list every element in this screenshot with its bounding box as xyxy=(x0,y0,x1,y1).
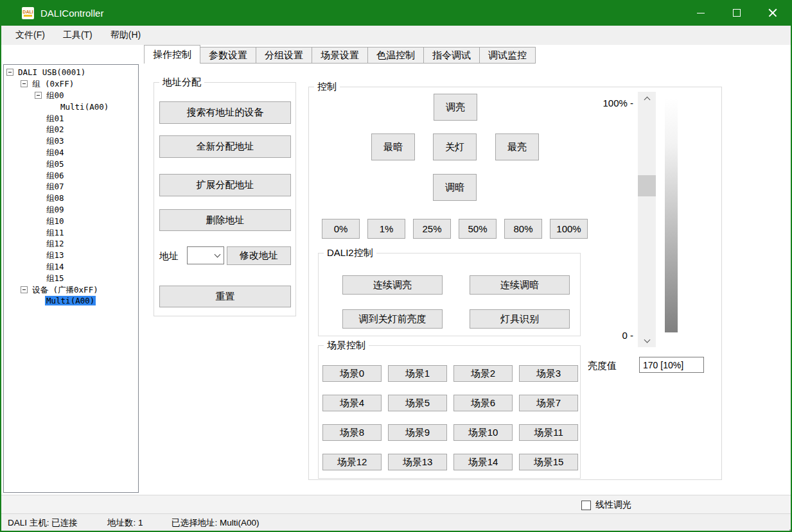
chevron-down-icon xyxy=(215,252,221,258)
scrollbar-thumb[interactable] xyxy=(638,175,656,196)
resize-grip-icon[interactable] xyxy=(786,526,788,528)
scroll-down-button[interactable] xyxy=(638,334,656,347)
brightness-scrollbar[interactable] xyxy=(638,92,656,347)
dim-up-button[interactable]: 调亮 xyxy=(434,94,477,121)
tree-node[interactable]: 组00 xyxy=(4,90,138,101)
scene-button[interactable]: 场景12 xyxy=(322,454,382,470)
scene-button[interactable]: 场景0 xyxy=(322,365,382,382)
tab[interactable]: 场景设置 xyxy=(312,47,368,64)
tree-expander-icon[interactable] xyxy=(21,80,28,87)
percent-button[interactable]: 80% xyxy=(504,219,542,239)
search-addressed-devices-button[interactable]: 搜索有地址的设备 xyxy=(159,101,291,124)
tab[interactable]: 色温控制 xyxy=(368,47,424,64)
close-button[interactable] xyxy=(755,0,791,26)
tree-node[interactable]: 组07 xyxy=(4,181,138,193)
delete-address-button[interactable]: 删除地址 xyxy=(159,209,291,231)
tree-node[interactable]: 组09 xyxy=(4,204,138,216)
reset-button[interactable]: 重置 xyxy=(159,286,291,307)
scene-button[interactable]: 场景3 xyxy=(519,365,578,382)
tab[interactable]: 分组设置 xyxy=(256,47,312,64)
tab[interactable]: 操作控制 xyxy=(144,45,200,64)
percent-button[interactable]: 25% xyxy=(413,219,451,239)
linear-dimming-checkbox-group[interactable]: 线性调光 xyxy=(581,499,631,511)
scene-button[interactable]: 场景15 xyxy=(519,454,578,470)
tree-expander-icon[interactable] xyxy=(21,286,28,293)
min-brightness-button[interactable]: 最暗 xyxy=(371,133,415,160)
tree-node[interactable]: 组03 xyxy=(4,135,138,147)
percent-button[interactable]: 50% xyxy=(459,219,497,239)
menu-item[interactable]: 工具(T) xyxy=(54,26,101,45)
tab[interactable]: 调试监控 xyxy=(480,47,536,64)
tree-node[interactable]: 组13 xyxy=(4,250,138,261)
tree-indent xyxy=(4,221,35,221)
tree-expander-icon[interactable] xyxy=(6,69,13,76)
address-combobox[interactable] xyxy=(187,246,224,264)
app-icon-text: DALI xyxy=(22,10,33,14)
scene-button[interactable]: 场景1 xyxy=(388,365,447,382)
max-brightness-button[interactable]: 最亮 xyxy=(495,133,539,160)
scene-button[interactable]: 场景11 xyxy=(519,424,578,441)
tree-indent xyxy=(4,141,35,141)
tree-expander-icon[interactable] xyxy=(35,92,42,99)
tree-node[interactable]: 组15 xyxy=(4,272,138,284)
scene-button[interactable]: 场景13 xyxy=(388,454,447,470)
maximize-button[interactable] xyxy=(719,0,755,26)
percent-button[interactable]: 0% xyxy=(322,219,360,239)
tree-indent xyxy=(4,129,35,130)
luminaire-identify-button[interactable]: 灯具识别 xyxy=(470,309,570,329)
extend-assign-address-button[interactable]: 扩展分配地址 xyxy=(159,174,291,196)
tree-indent xyxy=(4,232,35,233)
continuous-dim-up-button[interactable]: 连续调亮 xyxy=(342,275,443,295)
tab[interactable]: 指令调试 xyxy=(424,47,480,64)
tree-node-label: 组07 xyxy=(45,182,66,191)
assign-new-address-button[interactable]: 全新分配地址 xyxy=(159,135,291,158)
tab[interactable]: 参数设置 xyxy=(200,47,256,64)
percent-button[interactable]: 100% xyxy=(550,219,588,239)
linear-dimming-label: 线性调光 xyxy=(595,499,631,511)
tree-node[interactable]: 组05 xyxy=(4,158,138,169)
tree-node-label: 组09 xyxy=(45,205,66,214)
scene-button[interactable]: 场景4 xyxy=(322,395,382,411)
tree-node-label: Multi(A00) xyxy=(45,296,96,305)
tree-node-label: 设备 (广播0xFF) xyxy=(31,285,100,295)
menu-item[interactable]: 帮助(H) xyxy=(101,26,150,45)
scene-button[interactable]: 场景9 xyxy=(388,424,447,441)
scroll-up-button[interactable] xyxy=(638,92,656,105)
tree-node[interactable]: 组01 xyxy=(4,112,138,124)
scene-button[interactable]: 场景10 xyxy=(453,424,513,441)
modify-address-button[interactable]: 修改地址 xyxy=(227,246,291,265)
tree-indent xyxy=(4,164,35,164)
scene-button[interactable]: 场景2 xyxy=(453,365,513,382)
tab-strip: 操作控制参数设置分组设置场景设置色温控制指令调试调试监控 xyxy=(144,45,536,64)
tree-node[interactable]: 组12 xyxy=(4,238,138,250)
brightness-value-field[interactable]: 170 [10%] xyxy=(639,357,704,373)
goto-last-level-button[interactable]: 调到关灯前亮度 xyxy=(342,309,443,329)
window-title: DALIController xyxy=(40,8,103,19)
continuous-dim-down-button[interactable]: 连续调暗 xyxy=(470,275,570,295)
tree-node[interactable]: 组 (0xFF) xyxy=(4,78,138,90)
tree-node[interactable]: 组02 xyxy=(4,124,138,135)
tree-node[interactable]: 组14 xyxy=(4,261,138,273)
menu-item[interactable]: 文件(F) xyxy=(6,26,54,45)
linear-dimming-checkbox[interactable] xyxy=(581,501,591,510)
scene-button[interactable]: 场景14 xyxy=(453,454,513,470)
tree-node[interactable]: DALI USB(0001) xyxy=(4,67,138,78)
tree-node-label: 组08 xyxy=(45,193,66,203)
tree-node[interactable]: Multi(A00) xyxy=(4,101,138,112)
tree-node[interactable]: 组06 xyxy=(4,169,138,181)
tree-node[interactable]: 组04 xyxy=(4,147,138,159)
scene-button[interactable]: 场景6 xyxy=(453,395,513,411)
percent-button[interactable]: 1% xyxy=(367,219,405,239)
tree-node[interactable]: Multi(A00) xyxy=(4,295,138,307)
dim-down-button[interactable]: 调暗 xyxy=(433,174,477,201)
scene-button[interactable]: 场景7 xyxy=(519,395,578,411)
tree-node[interactable]: 组11 xyxy=(4,227,138,238)
tree-node[interactable]: 组08 xyxy=(4,193,138,204)
tree-node[interactable]: 设备 (广播0xFF) xyxy=(4,284,138,295)
scene-button[interactable]: 场景8 xyxy=(322,424,382,441)
minimize-button[interactable] xyxy=(683,0,719,26)
tree-node-label: 组02 xyxy=(45,124,66,134)
light-off-button[interactable]: 关灯 xyxy=(433,133,477,160)
tree-node[interactable]: 组10 xyxy=(4,215,138,227)
scene-button[interactable]: 场景5 xyxy=(388,395,447,411)
